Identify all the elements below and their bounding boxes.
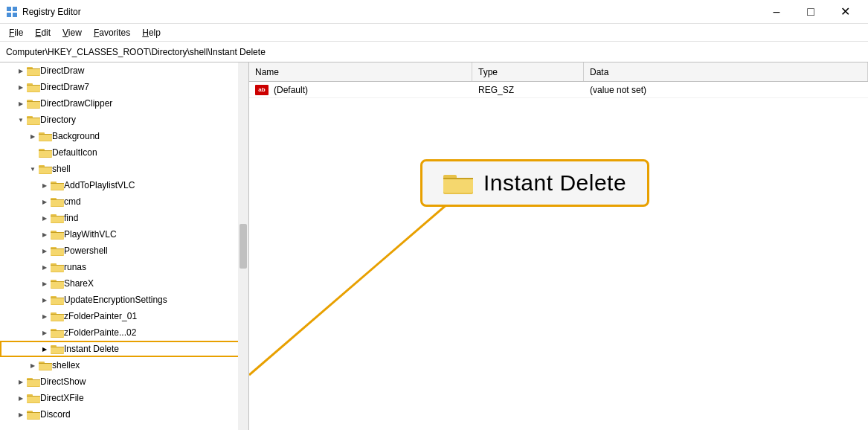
- tree-item-directdrawclipper[interactable]: ▶ DirectDrawClipper: [0, 95, 248, 112]
- tree-label: cmd: [64, 196, 81, 207]
- expand-icon[interactable]: ▶: [15, 65, 27, 77]
- svg-rect-55: [51, 265, 64, 272]
- svg-rect-14: [27, 101, 40, 108]
- tree-label: shell: [52, 164, 71, 174]
- svg-rect-68: [51, 314, 64, 315]
- folder-icon: [51, 277, 64, 289]
- expand-icon[interactable]: ▶: [15, 408, 27, 420]
- tree-item-directxfile[interactable]: ▶ DirectXFile: [0, 390, 248, 406]
- tree-item-addtoplaylistvlc[interactable]: ▶ AddToPlaylistVLC: [0, 177, 248, 193]
- expand-icon[interactable]: ▶: [39, 261, 51, 273]
- svg-rect-92: [27, 412, 40, 413]
- expand-icon[interactable]: ▶: [39, 310, 51, 322]
- tree-item-directory[interactable]: ▼ Directory: [0, 112, 248, 128]
- tree-item-zfolderpainter01[interactable]: ▶ zFolderPainter_01: [0, 308, 248, 324]
- svg-rect-72: [51, 330, 64, 331]
- address-bar: Computer\HKEY_CLASSES_ROOT\Directory\she…: [0, 42, 868, 62]
- expand-icon[interactable]: ▼: [15, 114, 27, 126]
- folder-icon: [27, 65, 40, 77]
- folder-open-icon: [27, 114, 40, 126]
- expand-icon[interactable]: ▶: [27, 359, 39, 371]
- tree-item-discord[interactable]: ▶ Discord: [0, 406, 248, 423]
- tree-pane[interactable]: ▶ DirectDraw ▶ DirectDraw7 ▶: [0, 62, 249, 430]
- detail-pane: Name Type Data ab (Default) REG_SZ (valu…: [249, 62, 868, 430]
- tree-label: zFolderPainter_01: [64, 311, 137, 321]
- app-icon: [6, 6, 18, 18]
- tree-item-directshow[interactable]: ▶ DirectShow: [0, 373, 248, 390]
- svg-rect-95: [443, 178, 473, 194]
- expand-icon[interactable]: ▶: [15, 392, 27, 404]
- expand-icon[interactable]: ▶: [39, 179, 51, 191]
- callout-box: Instant Delete: [420, 159, 649, 207]
- tree-label: DirectDraw7: [40, 82, 89, 92]
- callout-label: Instant Delete: [483, 170, 626, 196]
- svg-rect-76: [51, 347, 64, 347]
- tree-item-playwithvlc[interactable]: ▶ PlayWithVLC: [0, 226, 248, 243]
- folder-icon: [39, 130, 52, 142]
- folder-icon: [51, 310, 64, 322]
- expand-icon[interactable]: ▶: [15, 97, 27, 109]
- expand-icon[interactable]: ▶: [27, 130, 39, 142]
- menu-help[interactable]: Help: [136, 26, 167, 39]
- tree-item-zfolderpainter02[interactable]: ▶ zFolderPainte...02: [0, 324, 248, 341]
- col-header-name[interactable]: Name: [249, 62, 472, 81]
- tree-label: PlayWithVLC: [64, 229, 117, 240]
- tree-item-shellex[interactable]: ▶ shellex: [0, 357, 248, 373]
- minimize-button[interactable]: –: [759, 0, 794, 24]
- tree-item-directdraw[interactable]: ▶ DirectDraw: [0, 62, 248, 79]
- expand-icon[interactable]: ▶: [39, 212, 51, 224]
- expand-icon[interactable]: ▶: [39, 294, 51, 306]
- col-header-data[interactable]: Data: [584, 62, 868, 81]
- detail-row-default[interactable]: ab (Default) REG_SZ (value not set): [249, 82, 868, 98]
- cell-name-default: ab (Default): [249, 85, 472, 95]
- expand-icon[interactable]: ▶: [39, 327, 51, 338]
- folder-icon: [27, 408, 40, 420]
- menu-favorites[interactable]: Favorites: [88, 26, 136, 39]
- tree-item-updateencryptionsettings[interactable]: ▶ UpdateEncryptionSettings: [0, 292, 248, 308]
- callout-folder-icon: [443, 170, 473, 196]
- expand-icon[interactable]: ▼: [27, 163, 39, 175]
- menu-view[interactable]: View: [57, 26, 88, 39]
- tree-item-find[interactable]: ▶ find: [0, 210, 248, 226]
- value-name: (Default): [274, 85, 308, 95]
- close-button[interactable]: ✕: [828, 0, 862, 24]
- folder-icon: [51, 212, 64, 224]
- expand-icon[interactable]: ▶: [39, 196, 51, 208]
- svg-rect-40: [51, 199, 64, 200]
- tree-item-runas[interactable]: ▶ runas: [0, 259, 248, 275]
- svg-rect-98: [443, 178, 473, 179]
- svg-rect-28: [39, 150, 52, 151]
- tree-item-powershell[interactable]: ▶ Powershell: [0, 243, 248, 259]
- svg-rect-48: [51, 232, 64, 233]
- folder-icon: [27, 81, 40, 93]
- tree-item-shell[interactable]: ▼ shell: [0, 161, 248, 177]
- tree-item-directdraw7[interactable]: ▶ DirectDraw7: [0, 79, 248, 95]
- menu-bar: File Edit View Favorites Help: [0, 24, 868, 42]
- svg-rect-15: [27, 101, 40, 102]
- svg-rect-80: [39, 363, 52, 364]
- menu-file[interactable]: File: [3, 26, 29, 39]
- expand-icon[interactable]: ▶: [39, 245, 51, 257]
- tree-item-cmd[interactable]: ▶ cmd: [0, 193, 248, 210]
- tree-label: DirectXFile: [40, 393, 84, 403]
- menu-edit[interactable]: Edit: [29, 26, 57, 39]
- main-content: ▶ DirectDraw ▶ DirectDraw7 ▶: [0, 62, 868, 430]
- tree-item-background[interactable]: ▶ Background: [0, 128, 248, 144]
- cell-type-default: REG_SZ: [472, 85, 584, 95]
- svg-rect-44: [51, 216, 64, 216]
- tree-item-sharex[interactable]: ▶ ShareX: [0, 275, 248, 292]
- expand-icon[interactable]: ▶: [39, 228, 51, 240]
- col-header-type[interactable]: Type: [472, 62, 584, 81]
- expand-icon[interactable]: ▶: [39, 277, 51, 289]
- svg-rect-79: [39, 363, 52, 370]
- folder-open-icon: [39, 163, 52, 175]
- maximize-button[interactable]: □: [794, 0, 828, 24]
- expand-icon[interactable]: ▶: [15, 81, 27, 93]
- folder-icon: [27, 376, 40, 388]
- tree-item-instantdelete[interactable]: ▶ Instant Delete: [0, 341, 248, 357]
- folder-icon: [51, 196, 64, 208]
- svg-rect-23: [39, 134, 52, 141]
- expand-icon[interactable]: ▶: [39, 343, 51, 355]
- expand-icon[interactable]: ▶: [15, 376, 27, 388]
- tree-item-defaulticon[interactable]: DefaultIcon: [0, 144, 248, 161]
